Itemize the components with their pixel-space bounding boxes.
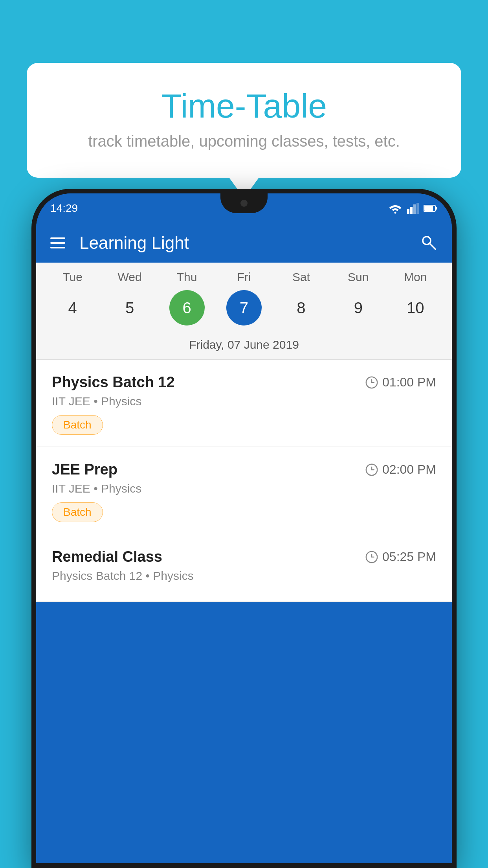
class-name-2: JEE Prep xyxy=(52,461,117,478)
app-bar: Learning Light xyxy=(36,223,452,263)
class-time-3: 05:25 PM xyxy=(365,550,436,564)
day-name-mon: Mon xyxy=(396,270,435,284)
phone-frame: 14:29 xyxy=(31,189,457,868)
clock-icon-1 xyxy=(365,376,378,389)
camera-dot xyxy=(240,200,248,207)
class-item-1[interactable]: Physics Batch 12 01:00 PM IIT JEE • Phys… xyxy=(36,360,452,447)
phone-inner: 14:29 xyxy=(36,193,452,863)
class-name-1: Physics Batch 12 xyxy=(52,374,175,391)
class-name-3: Remedial Class xyxy=(52,548,162,565)
day-9[interactable]: 9 xyxy=(341,290,376,326)
day-10[interactable]: 10 xyxy=(398,290,433,326)
day-name-sun: Sun xyxy=(339,270,378,284)
class-subtitle-1: IIT JEE • Physics xyxy=(52,395,436,408)
status-icons xyxy=(388,203,438,214)
day-5[interactable]: 5 xyxy=(112,290,147,326)
class-header-1: Physics Batch 12 01:00 PM xyxy=(52,374,436,391)
day-headers: Tue Wed Thu Fri Sat Sun Mon xyxy=(36,270,452,290)
svg-line-9 xyxy=(430,244,435,249)
search-icon[interactable] xyxy=(419,233,438,253)
app-title: Learning Light xyxy=(79,233,419,253)
day-numbers: 4 5 6 7 8 9 10 xyxy=(36,290,452,333)
calendar-strip: Tue Wed Thu Fri Sat Sun Mon 4 5 6 7 8 9 … xyxy=(36,263,452,360)
svg-rect-6 xyxy=(424,206,433,211)
day-name-thu: Thu xyxy=(167,270,207,284)
tooltip-card: Time-Table track timetable, upcoming cla… xyxy=(27,63,461,178)
selected-date-label: Friday, 07 June 2019 xyxy=(36,333,452,360)
day-6-today[interactable]: 6 xyxy=(169,290,205,326)
tooltip-subtitle: track timetable, upcoming classes, tests… xyxy=(50,132,438,150)
svg-rect-3 xyxy=(413,204,416,214)
batch-tag-1: Batch xyxy=(52,415,103,435)
day-name-tue: Tue xyxy=(53,270,92,284)
svg-point-0 xyxy=(394,212,396,214)
svg-rect-4 xyxy=(416,203,419,214)
class-subtitle-3: Physics Batch 12 • Physics xyxy=(52,569,436,583)
day-7-selected[interactable]: 7 xyxy=(226,290,262,326)
day-name-sat: Sat xyxy=(281,270,321,284)
svg-rect-7 xyxy=(436,207,437,210)
battery-icon xyxy=(424,204,438,212)
svg-rect-2 xyxy=(410,207,413,214)
tooltip-title: Time-Table xyxy=(50,86,438,125)
menu-icon[interactable] xyxy=(50,237,65,248)
class-subtitle-2: IIT JEE • Physics xyxy=(52,482,436,495)
batch-tag-2: Batch xyxy=(52,502,103,522)
class-item-3[interactable]: Remedial Class 05:25 PM Physics Batch 12… xyxy=(36,534,452,602)
status-bar: 14:29 xyxy=(36,193,452,223)
clock-icon-2 xyxy=(365,463,378,476)
day-name-wed: Wed xyxy=(110,270,149,284)
status-time: 14:29 xyxy=(50,202,78,215)
class-header-2: JEE Prep 02:00 PM xyxy=(52,461,436,478)
class-time-2: 02:00 PM xyxy=(365,462,436,477)
day-8[interactable]: 8 xyxy=(283,290,319,326)
class-item-2[interactable]: JEE Prep 02:00 PM IIT JEE • Physics Batc… xyxy=(36,447,452,534)
signal-icon xyxy=(407,203,419,214)
class-time-1: 01:00 PM xyxy=(365,375,436,390)
day-name-fri: Fri xyxy=(224,270,264,284)
day-4[interactable]: 4 xyxy=(55,290,90,326)
class-header-3: Remedial Class 05:25 PM xyxy=(52,548,436,565)
content-area: Physics Batch 12 01:00 PM IIT JEE • Phys… xyxy=(36,360,452,602)
clock-icon-3 xyxy=(365,550,378,564)
notch-cutout xyxy=(220,193,268,213)
wifi-icon xyxy=(388,203,402,214)
svg-rect-1 xyxy=(407,209,409,214)
